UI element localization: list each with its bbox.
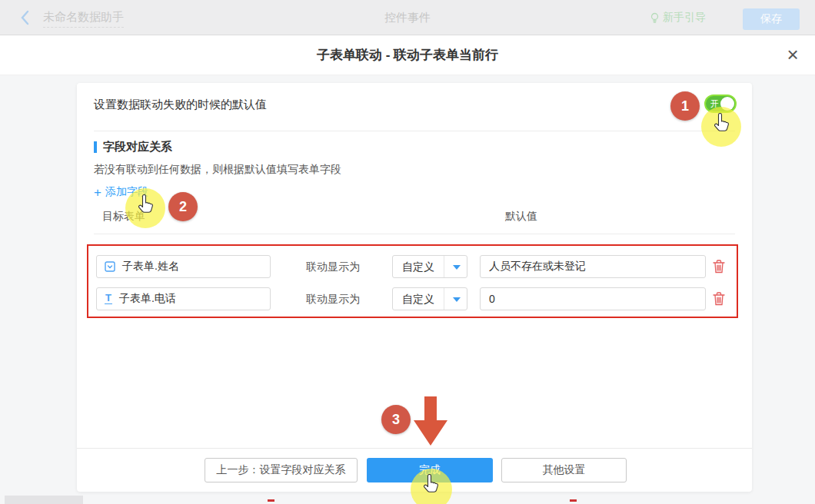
add-field-label: 添加字段 — [105, 185, 148, 199]
column-header-target-form: 目标表单 — [102, 210, 145, 224]
display-mode-select[interactable]: 自定义 — [392, 255, 467, 278]
divider — [94, 131, 735, 131]
step-badge-2: 2 — [168, 192, 198, 221]
default-value-setting-label: 设置数据联动失败的时候的默认值 — [94, 98, 267, 112]
previous-step-button[interactable]: 上一步：设置字段对应关系 — [205, 458, 358, 482]
field-label: 子表单.电话 — [119, 292, 176, 306]
display-mode-value: 自定义 — [402, 256, 434, 277]
relation-label: 联动显示为 — [306, 255, 360, 278]
default-value-toggle[interactable]: 开 — [704, 94, 737, 113]
target-field-picker-phone[interactable]: T 子表单.电话 — [96, 287, 271, 310]
add-field-link[interactable]: + 添加字段 — [94, 185, 148, 199]
display-mode-select[interactable]: 自定义 — [392, 287, 467, 310]
default-value-input[interactable] — [480, 255, 706, 278]
select-separator — [444, 288, 444, 310]
background-fragment — [570, 499, 577, 502]
other-settings-button[interactable]: 其他设置 — [501, 458, 627, 482]
section-title-text: 字段对应关系 — [103, 140, 172, 154]
relation-label: 联动显示为 — [306, 287, 360, 310]
modal-title: 子表单联动 - 联动子表单当前行 — [0, 35, 815, 75]
modal-body: 设置数据联动失败的时候的默认值 开 字段对应关系 若没有联动到任何数据，则根据默… — [0, 75, 815, 504]
background-fragment — [5, 496, 83, 504]
toggle-on-label: 开 — [710, 98, 719, 110]
down-arrow-icon — [413, 396, 448, 450]
top-bar: 未命名数据助手 控件事件 新手引导 保存 — [0, 0, 815, 35]
display-mode-value: 自定义 — [402, 288, 434, 310]
text-field-icon: T — [105, 293, 112, 304]
section-marker — [94, 141, 97, 153]
table-row: T 子表单.电话 联动显示为 自定义 — [77, 287, 752, 310]
field-label: 子表单.姓名 — [122, 260, 179, 274]
close-icon[interactable]: × — [780, 41, 806, 68]
target-field-picker-name[interactable]: 子表单.姓名 — [96, 255, 271, 278]
divider — [94, 234, 735, 234]
beginner-guide-link[interactable]: 新手引导 — [650, 11, 706, 25]
select-field-icon — [105, 261, 115, 272]
trash-icon — [713, 292, 725, 306]
delete-row-button[interactable] — [713, 260, 725, 277]
guide-label: 新手引导 — [663, 11, 706, 25]
select-separator — [444, 256, 444, 277]
table-row: 子表单.姓名 联动显示为 自定义 — [77, 255, 752, 278]
section-description: 若没有联动到任何数据，则根据默认值填写表单字段 — [94, 163, 341, 177]
step-badge-3: 3 — [381, 405, 411, 434]
section-title-field-mapping: 字段对应关系 — [94, 140, 172, 154]
trash-icon — [713, 260, 725, 274]
chevron-down-icon — [453, 265, 461, 274]
plus-icon: + — [94, 186, 101, 199]
default-value-input[interactable] — [480, 287, 706, 310]
background-fragment — [268, 499, 274, 502]
step-badge-1: 1 — [670, 91, 700, 121]
save-button[interactable]: 保存 — [743, 8, 800, 30]
modal-header: 子表单联动 - 联动子表单当前行 × — [0, 35, 815, 75]
lightbulb-icon — [650, 12, 660, 24]
finish-button[interactable]: 完成 — [367, 458, 493, 482]
column-header-default-value: 默认值 — [505, 210, 537, 224]
chevron-down-icon — [453, 297, 461, 306]
toggle-knob — [720, 97, 734, 111]
delete-row-button[interactable] — [713, 292, 725, 309]
